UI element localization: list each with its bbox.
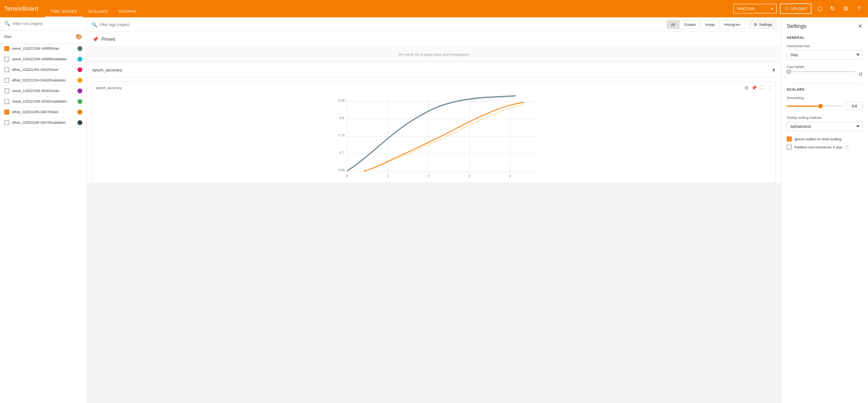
run-checkbox[interactable] [4, 89, 9, 93]
run-checkbox[interactable] [4, 46, 9, 51]
run-checkbox[interactable] [4, 57, 9, 62]
nav-scalars[interactable]: SCALARS [83, 0, 113, 18]
tooltip-label: Tooltip sorting method [787, 115, 863, 120]
chart-section-title: epoch_accuracy [92, 68, 122, 72]
run-checkbox[interactable] [4, 120, 9, 125]
ignore-outliers-label: Ignore outliers in chart scaling [795, 137, 841, 141]
runs-filter-input[interactable] [12, 22, 82, 26]
nav-graphs[interactable]: GRAPHS [113, 0, 142, 18]
fullscreen-icon[interactable]: ⛶ [760, 85, 765, 90]
run-label: effnet_1\20221204-154320\train [12, 68, 75, 72]
collapse-icon[interactable]: ∧ [772, 67, 776, 73]
run-checkbox[interactable] [4, 99, 9, 104]
svg-text:0: 0 [346, 174, 348, 178]
theme-icon[interactable]: ⬡ [815, 4, 825, 13]
color-palette-icon[interactable]: 🎨 [75, 33, 82, 40]
filter-btn-histogram[interactable]: Histogram [720, 20, 745, 29]
inactive-dropdown[interactable]: INACTIVE ▾ [733, 4, 777, 13]
run-item[interactable]: effnet_1\20221206-184729\train [0, 107, 87, 117]
gear-icon: ⚙ [754, 23, 757, 27]
run-item[interactable]: effnet_1\20221204-154320\validation [0, 75, 87, 86]
refresh-icon[interactable]: ↻ [828, 4, 838, 13]
settings-button[interactable]: ⚙ Settings [749, 20, 777, 29]
main-nav: TIME SERIES SCALARS GRAPHS [45, 0, 142, 18]
scalars-section-title: SCALARS [787, 88, 863, 92]
main-layout: 🔍 Run 🎨 resnet_1\20221204-145858\trainre… [0, 18, 868, 403]
filter-type-buttons: AllScalarsImageHistogram [666, 20, 745, 29]
run-label: resnet_1\20221204-145858\validation [12, 57, 75, 62]
pin-icon: 📌 [92, 36, 98, 42]
nav-time-series[interactable]: TIME SERIES [45, 0, 83, 18]
help-icon[interactable]: ? [854, 4, 864, 13]
header-right: INACTIVE ▾ ⓘ UPLOAD ⬡ ↻ ⚙ ? [733, 3, 864, 14]
fit-chart-icon[interactable]: ⊞ [745, 85, 748, 90]
filter-btn-image[interactable]: Image [701, 20, 720, 29]
run-label: effnet_1\20221206-184729\train [12, 110, 75, 114]
svg-text:1: 1 [387, 174, 389, 178]
settings-icon[interactable]: ⚙ [841, 4, 850, 13]
horizontal-axis-label: Horizontal Axis [787, 44, 863, 48]
card-width-reset-icon[interactable]: ↺ [859, 71, 863, 77]
sidebar: 🔍 Run 🎨 resnet_1\20221204-145858\trainre… [0, 18, 87, 403]
chart-section-header: epoch_accuracy ∧ [87, 62, 781, 77]
upload-button[interactable]: ⓘ UPLOAD [780, 3, 811, 14]
run-item[interactable]: effnet_1\20221204-154320\train [0, 65, 87, 75]
settings-panel: Settings ✕ GENERAL Horizontal Axis Step … [781, 18, 868, 403]
tooltip-dropdown[interactable]: Alphabetical Ascending Descending Defaul… [787, 122, 863, 131]
partition-label: Partition non-monotonic X axis [795, 145, 842, 149]
close-settings-icon[interactable]: ✕ [858, 23, 863, 29]
partition-info-icon[interactable]: ⓘ [845, 145, 849, 149]
tags-filter-input[interactable] [99, 23, 662, 27]
run-item[interactable]: effnet_1\20221206-184729\validation [0, 117, 87, 128]
svg-text:3: 3 [468, 174, 470, 178]
run-list: resnet_1\20221204-145858\trainresnet_1\2… [0, 43, 87, 128]
run-color-dot [78, 57, 82, 62]
ignore-outliers-checkbox[interactable] [787, 136, 792, 141]
run-item[interactable]: resnet_1\20221206-183431\validation [0, 96, 87, 107]
smoothing-slider[interactable] [787, 106, 843, 107]
chart-card-title: epoch_accuracy [96, 86, 122, 90]
run-label: effnet_1\20221204-154320\validation [12, 78, 75, 83]
filter-btn-all[interactable]: All [666, 20, 679, 29]
run-checkbox[interactable] [4, 67, 9, 72]
chart-section: epoch_accuracy ∧ epoch_accuracy ⊞ 📌 ⛶ ⋮ [87, 62, 781, 183]
run-color-dot [78, 110, 82, 114]
card-width-slider[interactable] [787, 71, 855, 72]
svg-text:0.65: 0.65 [339, 168, 345, 172]
run-color-dot [78, 67, 82, 72]
pin-placeholder: Pin cards for a quick view and compariso… [87, 47, 781, 62]
run-item[interactable]: resnet_1\20221206-183431\train [0, 86, 87, 96]
smoothing-label: Smoothing [787, 96, 863, 100]
more-icon[interactable]: ⋮ [768, 85, 772, 90]
run-item[interactable]: resnet_1\20221204-145858\validation [0, 54, 87, 65]
run-color-dot [78, 120, 82, 125]
svg-text:0.85: 0.85 [339, 99, 345, 103]
filter-bar: 🔍 AllScalarsImageHistogram ⚙ Settings [87, 18, 781, 32]
partition-checkbox[interactable] [787, 145, 792, 149]
pin-chart-icon[interactable]: 📌 [751, 85, 757, 90]
run-checkbox[interactable] [4, 78, 9, 83]
chart-card: epoch_accuracy ⊞ 📌 ⛶ ⋮ [92, 82, 776, 183]
ignore-outliers-row: Ignore outliers in chart scaling [787, 136, 863, 141]
horizontal-axis-dropdown[interactable]: Step Relative Wall [787, 50, 863, 60]
search-icon: 🔍 [91, 22, 97, 28]
run-label: resnet_1\20221206-183431\train [12, 89, 75, 93]
svg-text:0.7: 0.7 [339, 151, 344, 155]
settings-panel-header: Settings ✕ [787, 23, 863, 29]
filter-btn-scalars[interactable]: Scalars [679, 20, 701, 29]
smoothing-slider-container [787, 102, 863, 110]
settings-panel-title: Settings [787, 23, 806, 29]
partition-row: Partition non-monotonic X axis ⓘ [787, 145, 863, 149]
pinned-section: 📌 Pinned [87, 32, 781, 47]
search-icon: 🔍 [4, 21, 10, 27]
chart-canvas: 0.65 0.7 0.75 0.8 0.85 [96, 93, 772, 179]
run-color-dot [78, 89, 82, 93]
run-checkbox[interactable] [4, 110, 9, 114]
smoothing-slider-fill [787, 106, 820, 107]
tag-filter-search: 🔍 [91, 22, 662, 28]
svg-text:2: 2 [428, 174, 430, 178]
smoothing-slider-thumb[interactable] [818, 104, 823, 108]
smoothing-value-input[interactable] [846, 102, 863, 110]
run-item[interactable]: resnet_1\20221204-145858\train [0, 43, 87, 54]
logo: TensorBoard [4, 5, 38, 12]
